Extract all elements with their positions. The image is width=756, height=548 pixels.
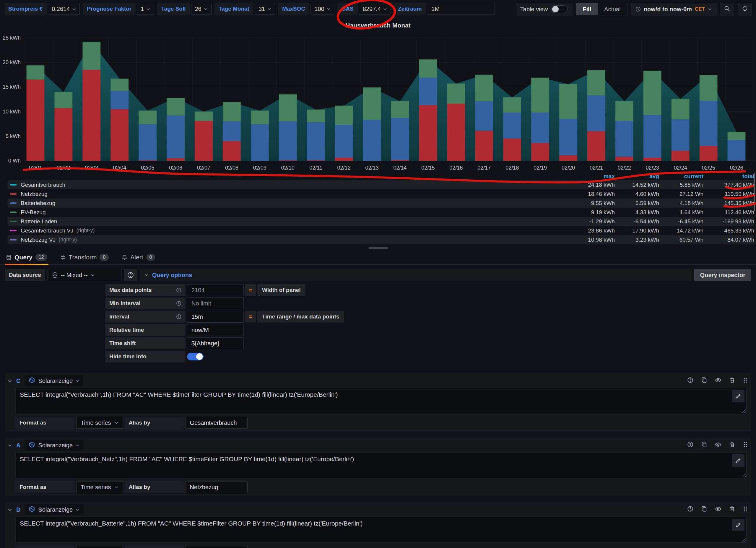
- duplicate-query-icon[interactable]: [701, 377, 707, 385]
- query-help-icon[interactable]: [687, 441, 693, 449]
- bar-netzbezug: [223, 141, 241, 161]
- refresh-button[interactable]: [738, 3, 752, 15]
- series-label[interactable]: Batteriebezug: [21, 200, 55, 206]
- delete-query-trash-icon[interactable]: [729, 441, 735, 449]
- legend-col-current[interactable]: current: [659, 173, 703, 180]
- sql-query-textarea[interactable]: SELECT integral("Verbrauch_Netz",1h) FRO…: [15, 452, 747, 478]
- hide-time-info-switch[interactable]: [187, 353, 204, 360]
- alias-input[interactable]: Batteriebezug: [186, 546, 248, 548]
- alias-input[interactable]: Gesamtverbrauch: [186, 417, 248, 429]
- tab-transform[interactable]: Transform 0: [59, 251, 110, 264]
- bar-pv-bezug: [167, 98, 185, 116]
- textarea-resize-handle[interactable]: [742, 538, 746, 542]
- chevron-down-icon: [204, 7, 208, 11]
- bar-netzbezug: [139, 160, 157, 161]
- edit-query-pencil-button[interactable]: [732, 519, 744, 531]
- alias-input[interactable]: Netzbezug: [186, 481, 248, 493]
- variable-value-dropdown[interactable]: 31: [255, 3, 275, 15]
- series-label[interactable]: Netzbezug: [21, 191, 48, 197]
- data-source-select[interactable]: -- Mixed --: [48, 269, 121, 281]
- zoom-out-button[interactable]: [720, 3, 734, 15]
- edit-query-pencil-button[interactable]: [732, 454, 744, 467]
- info-icon[interactable]: [176, 314, 181, 319]
- bar-batteriebezug: [335, 125, 353, 158]
- bar-pv-bezug: [587, 70, 605, 95]
- x-axis-tick: 02/19: [534, 165, 547, 171]
- option-value-input[interactable]: ${Abfrage}: [187, 337, 244, 349]
- option-value-input[interactable]: now/M: [187, 324, 244, 336]
- stat-avg: 17.90 kWh: [615, 227, 659, 234]
- actual-button[interactable]: Actual: [598, 3, 627, 15]
- edit-query-pencil-button[interactable]: [732, 390, 744, 402]
- bar-netzbezug: [195, 121, 213, 161]
- legend-col-max[interactable]: max: [570, 173, 615, 180]
- drag-handle-grip-icon[interactable]: [743, 506, 748, 513]
- duplicate-query-icon[interactable]: [701, 441, 707, 449]
- fill-button[interactable]: Fill: [576, 3, 598, 15]
- drag-handle-grip-icon[interactable]: [743, 442, 748, 449]
- sql-query-textarea[interactable]: SELECT integral("Verbrauch",1h) FROM "AC…: [15, 388, 747, 414]
- sql-query-textarea[interactable]: SELECT integral("Verbrauch_Batterie",1h)…: [15, 517, 747, 543]
- variable-value-dropdown[interactable]: 0.2614: [48, 3, 80, 15]
- panel-resize-handle[interactable]: [368, 247, 388, 249]
- legend-col-total[interactable]: total: [703, 173, 754, 180]
- stat-current: 4.18 kWh: [659, 200, 703, 206]
- tab-query[interactable]: Query 12: [5, 251, 48, 264]
- duplicate-query-icon[interactable]: [701, 506, 707, 513]
- format-as-select[interactable]: Time series: [76, 417, 123, 429]
- series-label[interactable]: Batterie Laden: [21, 218, 57, 225]
- format-as-select[interactable]: Time series: [76, 481, 123, 493]
- hide-query-eye-icon[interactable]: [715, 441, 721, 449]
- zeitraum-input[interactable]: 1M: [427, 3, 495, 15]
- query-datasource-picker[interactable]: Solaranzeige: [25, 375, 84, 386]
- legend-scrollbar[interactable]: [754, 173, 755, 211]
- info-icon[interactable]: [176, 301, 181, 306]
- variable-value-dropdown[interactable]: 26: [191, 3, 212, 15]
- format-as-select[interactable]: Time series: [76, 546, 123, 548]
- time-range-picker[interactable]: now/d to now-0m CET: [631, 3, 716, 15]
- textarea-resize-handle[interactable]: [742, 409, 746, 413]
- query-datasource-picker[interactable]: Solaranzeige: [25, 504, 84, 515]
- hide-query-eye-icon[interactable]: [715, 377, 721, 385]
- option-value-input[interactable]: 15m: [187, 311, 244, 323]
- query-datasource-picker[interactable]: Solaranzeige: [25, 440, 84, 451]
- option-value-input[interactable]: No limit: [187, 297, 244, 309]
- series-label[interactable]: Netzbezug VJ: [21, 237, 56, 243]
- query-help-icon[interactable]: [687, 506, 693, 513]
- drag-handle-grip-icon[interactable]: [743, 377, 748, 385]
- datasource-help-button[interactable]: [124, 269, 137, 281]
- textarea-resize-handle[interactable]: [742, 473, 746, 477]
- option-value-input[interactable]: 2104: [187, 284, 244, 296]
- option-label: Hide time info: [109, 353, 147, 360]
- bar-batteriebezug: [643, 115, 661, 158]
- chevron-down-icon: [327, 7, 331, 11]
- collapse-chevron-icon[interactable]: [8, 508, 12, 512]
- collapse-chevron-icon[interactable]: [8, 379, 12, 383]
- variable-value-dropdown[interactable]: 8297.4: [359, 3, 391, 15]
- hide-query-eye-icon[interactable]: [715, 506, 721, 514]
- query-options-panel: Max data points 2104=Width of panel Min …: [105, 284, 460, 362]
- series-label[interactable]: Gesamtverbrauch: [21, 182, 65, 188]
- legend-col-avg[interactable]: avg: [615, 173, 659, 180]
- bar-pv-bezug: [279, 94, 297, 121]
- time-series-chart[interactable]: 25 kWh20 kWh15 kWh10 kWh5 kWh0 Wh02/0102…: [0, 30, 756, 173]
- series-label[interactable]: PV-Bezug: [21, 209, 46, 216]
- series-color-swatch: [10, 239, 17, 240]
- delete-query-trash-icon[interactable]: [729, 377, 735, 385]
- query-ref-id: A: [16, 442, 20, 449]
- tab-alert[interactable]: Alert 0: [121, 251, 156, 264]
- variable-value-dropdown[interactable]: 1: [137, 3, 154, 15]
- bar-pv-bezug: [195, 112, 213, 121]
- x-axis-tick: 02/03: [85, 165, 98, 171]
- table-view-switch[interactable]: [551, 5, 568, 13]
- query-options-header[interactable]: Query options: [140, 269, 692, 281]
- table-view-toggle[interactable]: Table view: [516, 3, 572, 15]
- query-inspector-button[interactable]: Query inspector: [694, 269, 751, 281]
- bar-batteriebezug: [728, 140, 746, 161]
- delete-query-trash-icon[interactable]: [729, 506, 735, 513]
- query-help-icon[interactable]: [687, 377, 693, 385]
- info-icon[interactable]: [176, 287, 181, 293]
- collapse-chevron-icon[interactable]: [8, 443, 12, 448]
- variable-value-dropdown[interactable]: 100: [310, 3, 334, 15]
- series-label[interactable]: Gesamtverbrauch VJ: [21, 227, 73, 234]
